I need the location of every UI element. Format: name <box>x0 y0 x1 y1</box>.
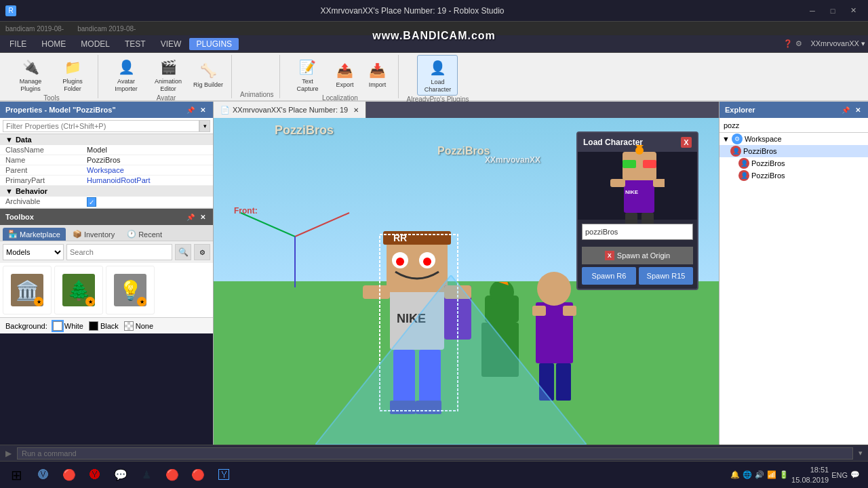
tab-inventory[interactable]: 📦 Inventory <box>67 228 120 241</box>
category-select[interactable]: Models Decals Audio Plugins <box>3 244 64 260</box>
animation-editor-button[interactable]: 🎬 Animation Editor <box>149 55 188 94</box>
username-input[interactable] <box>582 224 693 240</box>
tab-marketplace[interactable]: 🏪 Marketplace <box>3 228 66 241</box>
maximize-button[interactable]: □ <box>823 4 842 18</box>
explorer-item-workspace[interactable]: ▼ ⚙ Workspace <box>719 133 868 145</box>
svg-point-9 <box>423 258 431 266</box>
tab-recent[interactable]: 🕐 Recent <box>121 228 167 241</box>
animation-editor-icon: 🎬 <box>157 56 179 78</box>
search-button[interactable]: 🔍 <box>175 244 191 260</box>
tray-wifi-icon[interactable]: 📶 <box>767 470 776 479</box>
archivable-checkbox[interactable]: ✓ <box>87 197 96 207</box>
background-label: Background: <box>5 322 47 330</box>
start-button[interactable]: ⊞ <box>3 463 30 487</box>
viewport-tab-label: XXmrvovanXX's Place Number: 19 <box>233 106 348 114</box>
toolbox-item-tower[interactable]: 🏛️ ★ <box>3 266 52 314</box>
bg-black-option[interactable]: Black <box>89 321 119 331</box>
load-character-button[interactable]: 👤 Load Character <box>417 55 458 96</box>
lang-display: ENG <box>831 471 848 479</box>
menu-model[interactable]: MODEL <box>74 38 117 50</box>
avatar-importer-button[interactable]: 👤 Avatar Importer <box>106 55 146 94</box>
title-bar: R XXmrvovanXX's Place Number: 19 - Roblo… <box>0 0 868 22</box>
properties-pin-icon[interactable]: 📌 <box>186 105 195 115</box>
game-viewport[interactable]: PozziBros PozziBros XXmrvovanXX Front: N… <box>214 118 719 445</box>
notification-center-icon[interactable]: 💬 <box>850 470 860 479</box>
toolbox-item-lamp[interactable]: 💡 ★ <box>106 266 155 314</box>
taskbar-system-tray: 🔔 🌐 🔊 📶 🔋 18:51 15.08.2019 ENG 💬 <box>730 465 865 485</box>
data-section-header[interactable]: ▼ Data <box>0 134 213 145</box>
tray-network-icon[interactable]: 🌐 <box>743 470 752 479</box>
command-input[interactable] <box>17 447 853 460</box>
menu-plugins[interactable]: PLUGINS <box>189 38 239 50</box>
filter-button[interactable]: ⚙ <box>194 244 210 260</box>
import-button[interactable]: 📥 Import <box>363 58 393 90</box>
toolbox-item-tree[interactable]: 🌲 ★ <box>54 266 103 314</box>
spawn-indicator <box>315 275 587 445</box>
workspace-expand-icon: ▼ <box>722 135 730 143</box>
bg-none-option[interactable]: None <box>124 321 153 331</box>
explorer-pin-icon[interactable]: 📌 <box>841 105 850 115</box>
alreadypro-buttons: 👤 Load Character <box>417 55 458 96</box>
explorer-item-pozzibros-3[interactable]: 👤 PozziBros <box>719 169 868 182</box>
plugins-folder-button[interactable]: 📁 Plugins Folder <box>53 55 92 94</box>
toolbox-pin-icon[interactable]: 📌 <box>186 212 195 222</box>
properties-filter-input[interactable] <box>3 120 199 132</box>
toolbox-tabs: 🏪 Marketplace 📦 Inventory 🕐 Recent <box>0 225 213 241</box>
explorer-item-pozzibros-1[interactable]: 👤 PozziBros <box>719 145 868 157</box>
properties-filter-dropdown[interactable]: ▾ <box>199 120 210 132</box>
bandicam-entry-2: bandicam 2019-08- <box>77 25 136 33</box>
toolbox-panel: Toolbox 📌 ✕ 🏪 Marketplace 📦 Inventory 🕐 <box>0 208 213 333</box>
tray-volume-icon[interactable]: 🔊 <box>755 470 764 479</box>
menu-file[interactable]: FILE <box>3 38 33 50</box>
text-capture-button[interactable]: 📝 Text Capture <box>288 55 328 94</box>
spawn-r6-button[interactable]: Spawn R6 <box>582 267 636 285</box>
prop-primarypart: PrimaryPart HumanoidRootPart <box>0 176 213 186</box>
explorer-item-pozzibros-2[interactable]: 👤 PozziBros <box>719 157 868 169</box>
spawn-at-origin-button[interactable]: X Spawn at Origin <box>582 247 693 264</box>
modal-close-button[interactable]: X <box>681 137 692 148</box>
menu-test[interactable]: TEST <box>118 38 153 50</box>
svg-text:NIKE: NIKE <box>625 189 639 195</box>
animation-editor-label: Animation Editor <box>151 78 185 93</box>
manage-plugins-button[interactable]: 🔌 Manage Plugins <box>11 55 50 94</box>
taskbar-vk-icon[interactable]: 🅥 <box>31 463 56 487</box>
toolbox-close-icon[interactable]: ✕ <box>198 212 208 222</box>
bg-white-option[interactable]: White <box>53 321 83 331</box>
menu-view[interactable]: VIEW <box>154 38 189 50</box>
close-button[interactable]: ✕ <box>844 4 863 18</box>
axis-lines <box>227 186 363 287</box>
taskbar-steam-icon[interactable]: ♟ <box>134 463 159 487</box>
explorer-search-input[interactable] <box>722 121 865 129</box>
toolbox-search-input[interactable] <box>66 244 172 260</box>
svg-rect-38 <box>610 179 625 187</box>
bg-white-swatch <box>53 321 62 331</box>
pozzibros-2-label: PozziBros <box>751 159 785 167</box>
taskbar-roblox-icon[interactable]: 🅈 <box>212 463 236 487</box>
properties-close-icon[interactable]: ✕ <box>198 105 208 115</box>
user-account[interactable]: XXmrvovanXX ▾ <box>810 39 865 48</box>
minimize-button[interactable]: ─ <box>803 4 822 18</box>
menu-home[interactable]: HOME <box>35 38 73 50</box>
primarypart-label: PrimaryPart <box>5 176 87 184</box>
name-value: PozziBros <box>87 156 208 164</box>
taskbar-yandex-icon[interactable]: 🅨 <box>83 463 107 487</box>
explorer-header-icons: 📌 ✕ <box>841 105 863 115</box>
taskbar-skype-icon[interactable]: 💬 <box>108 463 133 487</box>
taskbar-app2-icon[interactable]: 🔴 <box>186 463 210 487</box>
parent-label: Parent <box>5 166 87 174</box>
modal-input-area <box>578 220 697 244</box>
export-button[interactable]: 📤 Export <box>330 58 360 90</box>
tray-notifications-icon[interactable]: 🔔 <box>730 470 740 479</box>
pozzibros-char-label: PozziBros <box>437 145 490 157</box>
rig-builder-button[interactable]: 🦴 Rig Builder <box>191 58 226 90</box>
behavior-section-header[interactable]: ▼ Behavior <box>0 186 213 197</box>
taskbar-app1-icon[interactable]: 🔴 <box>160 463 184 487</box>
toolbar-help-icon[interactable]: ❓ <box>783 39 793 48</box>
toolbar-settings-icon[interactable]: ⚙ <box>795 39 802 48</box>
modal-character-preview: NIKE <box>610 145 665 226</box>
spawn-r15-button[interactable]: Spawn R15 <box>639 267 693 285</box>
viewport-tab-main[interactable]: 📄 XXmrvovanXX's Place Number: 19 ✕ <box>214 102 366 118</box>
taskbar-opera-icon[interactable]: 🔴 <box>57 463 81 487</box>
explorer-close-icon[interactable]: ✕ <box>853 105 863 115</box>
viewport-tab-close-icon[interactable]: ✕ <box>353 106 359 114</box>
